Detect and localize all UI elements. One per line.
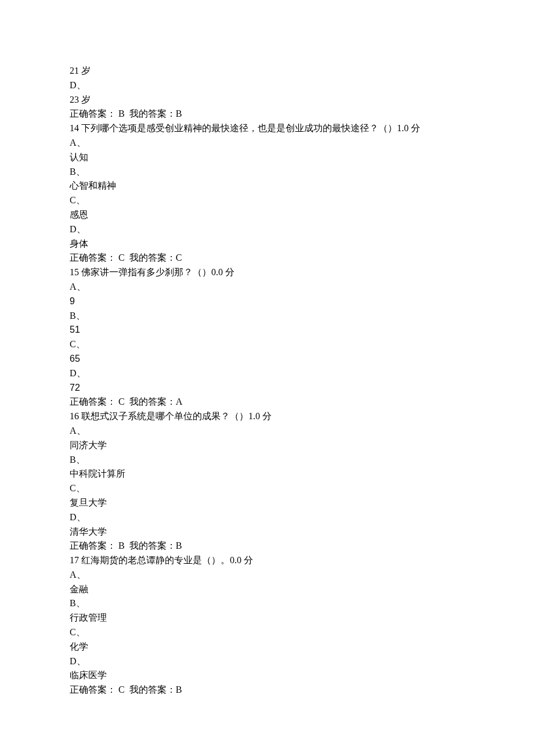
text-line: D、: [70, 366, 464, 381]
text-line: C、: [70, 337, 464, 352]
text-line: 9: [70, 294, 464, 309]
text-line: 同济大学: [70, 438, 464, 453]
text: 正确答案： C 我的答案：A: [70, 397, 182, 406]
text: 正确答案： C 我的答案：B: [70, 685, 182, 694]
text: 感恩: [70, 210, 88, 219]
text: 心智和精神: [70, 181, 116, 190]
text: A、: [70, 138, 86, 147]
text-line: 51: [70, 323, 464, 337]
text-line: 心智和精神: [70, 179, 464, 193]
text-line: 化学: [70, 640, 464, 654]
text-line: C、: [70, 193, 464, 208]
text: 72: [70, 383, 80, 393]
text-line: D、: [70, 78, 464, 93]
text: C、: [70, 483, 85, 493]
question-line: 14 下列哪个选项是感受创业精神的最快途径，也是是创业成功的最快途径？（）1.0…: [70, 121, 464, 136]
document-page: 21 岁 D、 23 岁 正确答案： B 我的答案：B 14 下列哪个选项是感受…: [0, 0, 534, 756]
text: A、: [70, 282, 86, 291]
text-line: 身体: [70, 237, 464, 251]
answer-line: 正确答案： C 我的答案：A: [70, 395, 464, 409]
answer-line: 正确答案： C 我的答案：C: [70, 251, 464, 265]
text-line: A、: [70, 424, 464, 438]
text-line: A、: [70, 568, 464, 582]
text: 正确答案： B 我的答案：B: [70, 541, 182, 550]
text: B、: [70, 311, 85, 321]
text-line: 复旦大学: [70, 496, 464, 510]
text: 中科院计算所: [70, 469, 125, 478]
text-line: 金融: [70, 582, 464, 597]
text: 清华大学: [70, 527, 107, 537]
text-line: 21 岁: [70, 64, 464, 78]
text-line: C、: [70, 625, 464, 640]
text: 23 岁: [70, 95, 91, 105]
text: 15 佛家讲一弹指有多少刹那？（）0.0 分: [70, 267, 234, 277]
text-line: 行政管理: [70, 611, 464, 625]
text: 9: [70, 296, 75, 306]
text: A、: [70, 570, 86, 579]
text: B、: [70, 455, 85, 465]
text-line: 清华大学: [70, 525, 464, 539]
text-line: 认知: [70, 150, 464, 165]
text-line: 65: [70, 352, 464, 366]
text: 行政管理: [70, 613, 107, 622]
text: 临床医学: [70, 670, 107, 680]
answer-line: 正确答案： B 我的答案：B: [70, 539, 464, 553]
text: 51: [70, 325, 80, 334]
text-line: D、: [70, 510, 464, 525]
text: 65: [70, 354, 80, 363]
text-line: B、: [70, 165, 464, 179]
text: 认知: [70, 152, 88, 162]
text-line: 23 岁: [70, 93, 464, 107]
answer-line: 正确答案： C 我的答案：B: [70, 683, 464, 697]
text: 正确答案： C 我的答案：C: [70, 253, 182, 262]
text: A、: [70, 426, 86, 435]
text-line: 感恩: [70, 208, 464, 222]
text-line: 72: [70, 381, 464, 395]
text: D、: [70, 368, 86, 378]
text-line: A、: [70, 136, 464, 150]
text: C、: [70, 627, 85, 637]
text: 14 下列哪个选项是感受创业精神的最快途径，也是是创业成功的最快途径？（）1.0…: [70, 123, 420, 133]
text: D、: [70, 224, 86, 234]
answer-line: 正确答案： B 我的答案：B: [70, 107, 464, 121]
text-line: D、: [70, 654, 464, 669]
text: 金融: [70, 584, 88, 594]
text-line: C、: [70, 481, 464, 496]
text: 16 联想式汉子系统是哪个单位的成果？（）1.0 分: [70, 411, 272, 421]
text: B、: [70, 167, 85, 177]
text: B、: [70, 598, 85, 608]
text: 身体: [70, 239, 88, 249]
question-line: 16 联想式汉子系统是哪个单位的成果？（）1.0 分: [70, 409, 464, 424]
question-line: 15 佛家讲一弹指有多少刹那？（）0.0 分: [70, 265, 464, 280]
text: D、: [70, 80, 86, 90]
text-line: B、: [70, 596, 464, 611]
text: D、: [70, 512, 86, 522]
text-line: A、: [70, 280, 464, 294]
text: 同济大学: [70, 440, 107, 450]
text: C、: [70, 195, 85, 205]
text: 化学: [70, 642, 88, 651]
text-line: 临床医学: [70, 668, 464, 683]
text: C、: [70, 339, 85, 349]
text-line: B、: [70, 453, 464, 467]
text-line: B、: [70, 309, 464, 323]
text-line: 中科院计算所: [70, 467, 464, 481]
text-line: D、: [70, 222, 464, 237]
text: 复旦大学: [70, 498, 107, 507]
text: 17 红海期货的老总谭静的专业是（）。0.0 分: [70, 555, 253, 565]
text: D、: [70, 656, 86, 666]
text: 正确答案： B 我的答案：B: [70, 109, 182, 118]
text: 21 岁: [70, 66, 91, 75]
question-line: 17 红海期货的老总谭静的专业是（）。0.0 分: [70, 553, 464, 568]
